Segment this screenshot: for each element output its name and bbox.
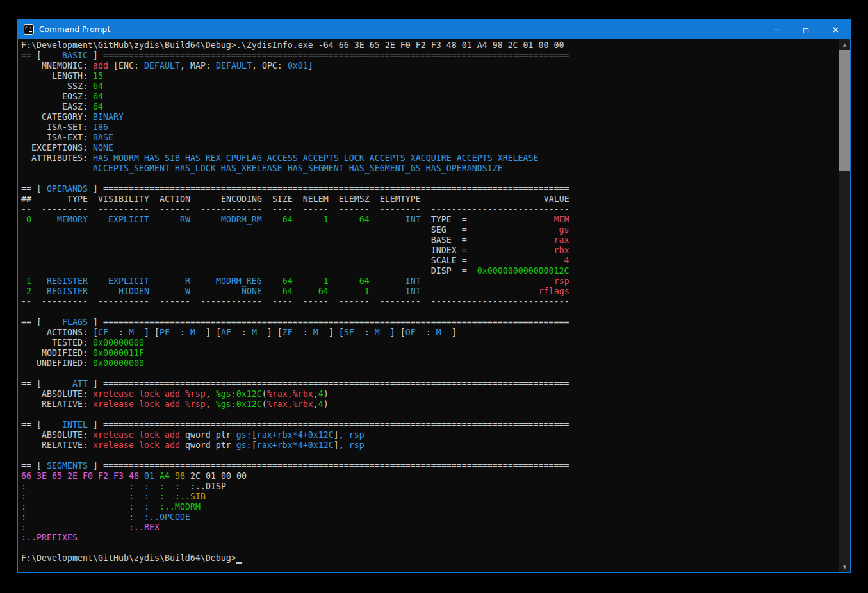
text-segment: --------------------------- <box>431 205 569 214</box>
console-line-38: == [ INTEL ] ===========================… <box>21 420 837 430</box>
scrollbar-up-button[interactable]: ▲ <box>839 39 850 50</box>
console-line-51: F:\Development\GitHub\zydis\Build64\Debu… <box>21 553 837 564</box>
console-line-11: EXCEPTIONS: NONE <box>21 143 837 153</box>
text-segment: RELATIVE: <box>21 399 93 409</box>
console-line-19: SEG = gs <box>21 225 837 235</box>
minimize-button[interactable]: ─ <box>762 20 791 39</box>
text-segment: :..DISP <box>190 481 226 491</box>
text-segment: [ENC: <box>108 61 144 71</box>
console-line-29: ACTIONS: [CF : M ] [PF : M ] [AF : M ] [… <box>21 328 837 338</box>
text-segment: F:\Development\GitHub\zydis\Build64\Debu… <box>21 40 564 50</box>
spacer <box>467 215 554 224</box>
text-segment: == [ <box>21 420 47 430</box>
text-segment: OPERANDS <box>47 184 88 194</box>
text-cursor <box>236 554 242 564</box>
text-segment: SF <box>344 328 354 337</box>
text-segment: ] <box>308 61 313 71</box>
spacer <box>21 266 431 276</box>
spacer <box>262 205 272 214</box>
text-segment: :..PREFIXES <box>21 533 78 542</box>
spacer <box>149 287 185 296</box>
spacer <box>190 276 216 286</box>
spacer <box>293 205 303 214</box>
spacer <box>88 297 98 306</box>
console-line-22: SCALE = 4 <box>21 256 837 266</box>
text-segment: ---------- <box>98 205 149 214</box>
text-segment: ENCODING <box>221 194 262 204</box>
text-segment: MODRM_RM <box>221 215 262 224</box>
console-line-28: == [ FLAGS ] ===========================… <box>21 317 837 328</box>
spacer <box>467 266 477 276</box>
spacer <box>293 215 323 224</box>
maximize-button[interactable]: □ <box>791 20 821 39</box>
text-segment: ], <box>334 430 349 440</box>
text-segment: PF <box>160 328 170 337</box>
text-segment: : <box>160 481 165 491</box>
spacer <box>26 492 129 501</box>
text-segment: ) <box>323 399 329 409</box>
text-segment: : <box>21 522 26 532</box>
spacer <box>329 194 339 204</box>
text-segment: ] [ <box>257 328 283 337</box>
text-segment: [ <box>252 440 257 450</box>
text-segment: 4 <box>564 256 569 265</box>
text-segment: CATEGORY: <box>21 112 93 122</box>
titlebar[interactable]: C:\ Command Prompt ─ □ × <box>18 20 850 39</box>
text-segment: %gs:0x12C <box>216 389 262 399</box>
spacer <box>185 471 190 481</box>
text-segment: ] [ <box>195 328 221 337</box>
spacer <box>370 276 405 286</box>
window-title: Command Prompt <box>39 25 110 34</box>
text-segment: --------- <box>42 205 88 214</box>
scrollbar-thumb[interactable] <box>839 50 850 171</box>
text-segment: 1 <box>323 215 329 224</box>
console-line-18: 0 MEMORY EXPLICIT RW MODRM_RM 64 1 64 IN… <box>21 215 837 225</box>
text-segment: INDEX = <box>431 246 467 255</box>
console-line-5: SSZ: 64 <box>21 81 837 92</box>
scrollbar[interactable]: ▲ ▼ <box>839 39 850 572</box>
spacer <box>421 297 431 306</box>
text-segment: ] [ <box>134 328 160 337</box>
console-line-21: INDEX = rbx <box>21 246 837 256</box>
text-segment: == [ <box>21 51 47 60</box>
text-segment: ABSOLUTE: <box>21 389 93 399</box>
text-segment: W <box>185 287 190 296</box>
text-segment: : <box>21 481 26 491</box>
close-button[interactable]: × <box>821 20 850 39</box>
scrollbar-down-button[interactable]: ▼ <box>839 562 850 572</box>
text-segment: 64 <box>283 215 293 224</box>
text-segment: xrelease lock add %rsp <box>93 399 206 409</box>
text-segment: ACTIONS: <box>21 328 93 337</box>
text-segment: , <box>313 389 318 399</box>
text-segment: rbx <box>554 246 569 255</box>
text-segment: M <box>375 328 380 337</box>
spacer <box>31 194 67 204</box>
console-line-15: == [ OPERANDS ] ========================… <box>21 184 837 194</box>
spacer <box>134 502 144 512</box>
spacer <box>21 246 431 255</box>
text-segment: DEFAULT <box>216 61 252 71</box>
text-segment: 64 <box>359 215 370 224</box>
text-segment: EOSZ: <box>21 92 93 101</box>
text-segment: : <box>354 328 375 337</box>
text-segment: 4 <box>318 389 323 399</box>
text-segment: rsp <box>554 276 569 286</box>
spacer <box>262 215 283 224</box>
console[interactable]: F:\Development\GitHub\zydis\Build64\Debu… <box>18 39 850 572</box>
text-segment: rax+rbx*4+0x12C <box>257 430 334 440</box>
text-segment: RELATIVE: <box>21 440 93 450</box>
text-segment: NONE <box>93 143 113 153</box>
text-segment: ( <box>262 399 267 409</box>
spacer <box>180 481 190 491</box>
text-segment: DISP = <box>431 266 467 276</box>
text-segment: rax+rbx*4+0x12C <box>257 440 334 450</box>
console-line-7: EASZ: 64 <box>21 102 837 112</box>
console-line-17: -- --------- ---------- ------ ---------… <box>21 205 837 215</box>
spacer <box>134 481 144 491</box>
spacer <box>31 215 57 224</box>
spacer <box>262 287 283 296</box>
text-segment: , OPC: <box>252 61 288 71</box>
spacer <box>88 215 108 224</box>
text-segment: rsp <box>349 430 364 440</box>
spacer <box>134 492 144 501</box>
